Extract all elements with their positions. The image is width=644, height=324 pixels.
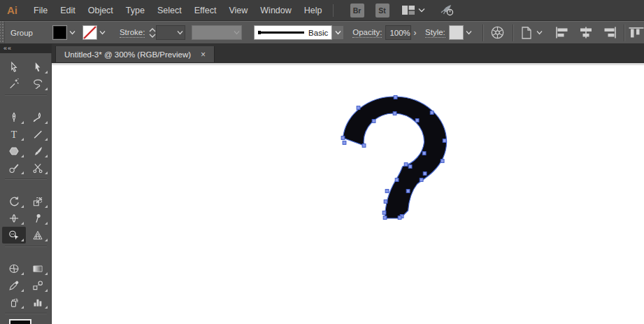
- brush-definition-dropdown-button[interactable]: [332, 25, 344, 40]
- stroke-color-dropdown-button[interactable]: [97, 25, 108, 40]
- puppet-warp-tool[interactable]: [26, 210, 50, 227]
- gradient-tool[interactable]: [26, 260, 50, 277]
- rotate-tool[interactable]: [2, 193, 26, 210]
- anchor-point[interactable]: [430, 111, 434, 115]
- gpu-performance-button[interactable]: [439, 4, 455, 16]
- toolbar-collapse-button[interactable]: ««: [0, 44, 52, 53]
- horizontal-align-center-icon[interactable]: [578, 27, 594, 38]
- menu-object[interactable]: Object: [82, 0, 120, 21]
- graphic-style-control[interactable]: [449, 25, 474, 40]
- graphic-style-dropdown-button[interactable]: [464, 25, 474, 40]
- fill-color-dropdown-button[interactable]: [67, 25, 78, 40]
- horizontal-align-left-icon[interactable]: [555, 27, 571, 38]
- pen-tool[interactable]: [2, 109, 26, 126]
- perspective-grid-tool[interactable]: [26, 227, 50, 244]
- graphic-style-swatch[interactable]: [449, 25, 464, 40]
- column-graph-tool[interactable]: [26, 294, 50, 311]
- brush-definition-control[interactable]: Basic: [254, 25, 344, 40]
- anchor-point[interactable]: [383, 216, 387, 220]
- anchor-point[interactable]: [423, 172, 427, 176]
- style-label[interactable]: Style:: [425, 28, 445, 38]
- horizontal-align-right-icon[interactable]: [601, 27, 617, 38]
- mesh-tool[interactable]: [2, 260, 26, 277]
- anchor-point[interactable]: [341, 136, 345, 140]
- menu-edit[interactable]: Edit: [54, 0, 82, 21]
- anchor-point[interactable]: [415, 119, 419, 122]
- menu-select[interactable]: Select: [151, 0, 188, 21]
- anchor-point[interactable]: [357, 106, 360, 110]
- width-tool[interactable]: [2, 210, 26, 227]
- direct-selection-tool[interactable]: [26, 59, 50, 76]
- scale-tool[interactable]: [26, 193, 50, 210]
- anchor-point[interactable]: [408, 165, 412, 169]
- paintbrush-tool[interactable]: [26, 143, 50, 160]
- anchor-point[interactable]: [382, 211, 386, 215]
- anchor-point[interactable]: [443, 139, 446, 143]
- blend-tool[interactable]: [26, 277, 50, 294]
- stroke-color-swatch[interactable]: [83, 25, 97, 40]
- anchor-point[interactable]: [372, 120, 375, 123]
- chevron-down-icon: [234, 30, 240, 35]
- stroke-color-control[interactable]: [83, 25, 108, 40]
- brush-stroke-preview: [258, 31, 304, 34]
- vertical-align-top-icon[interactable]: [629, 27, 644, 38]
- polygon-tool[interactable]: [2, 143, 26, 160]
- scissors-icon: [32, 162, 43, 174]
- opacity-label[interactable]: Opacity:: [352, 28, 382, 38]
- anchor-point[interactable]: [343, 141, 346, 145]
- anchor-point[interactable]: [393, 112, 396, 115]
- stroke-weight-label[interactable]: Stroke:: [120, 28, 145, 38]
- fill-color-indicator[interactable]: [9, 319, 31, 324]
- control-bar-grip[interactable]: [0, 22, 5, 43]
- menu-file[interactable]: File: [27, 0, 54, 21]
- recolor-artwork-button[interactable]: [490, 25, 505, 40]
- selection-tool[interactable]: [2, 59, 26, 76]
- fill-color-swatch[interactable]: [52, 25, 67, 40]
- type-tool[interactable]: T: [2, 126, 26, 143]
- stock-button[interactable]: St: [375, 3, 389, 17]
- align-cluster: [555, 27, 617, 38]
- opacity-field[interactable]: 100%: [385, 25, 410, 40]
- fill-color-control[interactable]: [52, 25, 78, 40]
- menu-effect[interactable]: Effect: [188, 0, 223, 21]
- anchor-point[interactable]: [395, 178, 399, 182]
- bridge-button[interactable]: Br: [350, 3, 364, 17]
- menu-view[interactable]: View: [222, 0, 254, 21]
- anchor-point[interactable]: [384, 200, 387, 204]
- shape-builder-tool[interactable]: [2, 227, 26, 244]
- anchor-point[interactable]: [404, 163, 408, 167]
- eyedropper-tool[interactable]: [2, 277, 26, 294]
- gpu-performance-icon: [439, 4, 455, 16]
- menu-help[interactable]: Help: [298, 0, 329, 21]
- workspace-switcher[interactable]: [402, 6, 425, 15]
- lasso-tool[interactable]: [26, 76, 50, 92]
- stepper-down-icon[interactable]: [149, 34, 156, 38]
- anchor-point[interactable]: [420, 178, 423, 182]
- document-tab[interactable]: Untitled-3* @ 300% (RGB/Preview) ×: [55, 46, 215, 62]
- shaper-tool[interactable]: [2, 160, 26, 176]
- tab-close-icon[interactable]: ×: [201, 50, 206, 59]
- stroke-weight-stepper[interactable]: [149, 25, 156, 41]
- symbol-sprayer-tool[interactable]: [2, 294, 26, 311]
- stroke-weight-combo[interactable]: [156, 25, 185, 40]
- document-setup-button[interactable]: [520, 26, 543, 40]
- anchor-point[interactable]: [441, 160, 444, 163]
- line-segment-tool[interactable]: [26, 126, 50, 143]
- anchor-point[interactable]: [406, 190, 410, 193]
- stepper-up-icon[interactable]: [149, 28, 156, 32]
- anchor-point[interactable]: [385, 190, 389, 193]
- variable-width-profile-dropdown[interactable]: [192, 25, 243, 40]
- canvas[interactable]: [52, 63, 644, 324]
- menu-window[interactable]: Window: [254, 0, 297, 21]
- scissors-tool[interactable]: [26, 160, 50, 176]
- curvature-tool[interactable]: [26, 109, 50, 126]
- anchor-point[interactable]: [362, 144, 366, 148]
- menu-type[interactable]: Type: [120, 0, 151, 21]
- magic-wand-tool[interactable]: [2, 76, 26, 92]
- anchor-point[interactable]: [398, 216, 401, 220]
- chevron-down-icon: [69, 30, 76, 35]
- brush-definition-field[interactable]: Basic: [254, 25, 332, 40]
- anchor-point[interactable]: [394, 96, 397, 99]
- opacity-submenu-button[interactable]: ›: [411, 25, 419, 40]
- anchor-point[interactable]: [422, 152, 426, 155]
